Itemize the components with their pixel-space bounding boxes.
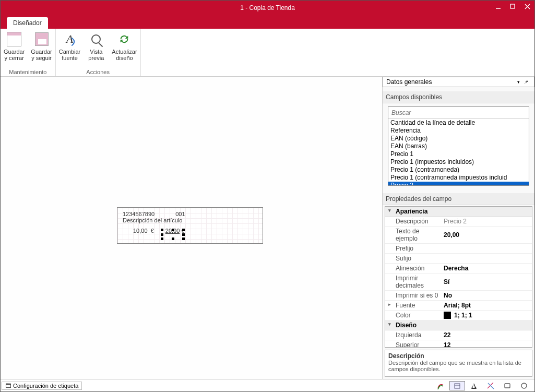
prop-print-if-zero-label: Imprimir si es 0 [385,291,442,300]
prop-description-label: Descripción [385,217,442,226]
svg-rect-1 [510,4,515,8]
fields-list[interactable]: Cantidad de la línea de detalleReferenci… [388,119,529,185]
save-close-l2: y cerrar [5,55,24,61]
prop-top-label: Superior [385,340,442,348]
description-help-text: Descripción del campo que se muestra en … [388,360,529,372]
description-help-box: Descripción Descripción del campo que se… [385,350,532,377]
field-properties-title: Propiedades del campo [383,193,534,205]
label-config-icon: 🗔︎ [5,383,11,389]
label-config-button[interactable]: 🗔︎ Configuración de etiqueta [2,382,82,390]
prop-left-value[interactable]: 22 [442,330,532,340]
tab-strip: Diseñador [1,15,534,29]
side-panel: Datos generales ▾ 📌︎ Campos disponibles … [382,77,534,379]
prop-print-decimals-label: Imprimir decimales [385,274,442,290]
status-tool-circle[interactable] [516,381,532,390]
ribbon: Guardary cerrar Guardary seguir Mantenim… [1,29,534,77]
title-bar: 1 - Copia de Tienda [1,1,534,15]
prop-suffix-value[interactable] [442,254,532,263]
save-close-l1: Guardar [4,49,25,55]
prop-alignment-value[interactable]: Derecha [442,264,532,273]
ribbon-group-actions: A Cambiarfuente Vistaprevia Actualizardi… [56,29,141,76]
svg-line-7 [488,383,494,389]
status-tool-rect[interactable] [500,381,515,390]
preview-seq: 001 [175,211,185,217]
minimize-button[interactable] [491,1,505,12]
prop-alignment-label: Alineación [385,264,442,273]
status-tool-lines[interactable] [483,381,498,390]
app-window: 1 - Copia de Tienda Diseñador Guardary c… [0,0,535,392]
save-continue-button[interactable]: Guardary seguir [28,29,55,68]
status-tools: A [432,381,534,390]
panel-pin-icon[interactable]: 📌︎ [522,79,531,85]
prop-print-decimals-value[interactable]: Sí [442,274,532,290]
refresh-l1: Actualizar [112,49,137,55]
field-item[interactable]: Precio 1 [388,150,529,158]
close-button[interactable] [520,1,534,12]
change-font-button[interactable]: A Cambiarfuente [56,29,84,68]
prop-print-if-zero-value[interactable]: No [442,291,532,300]
panel-general-data-label: Datos generales [386,78,515,86]
svg-rect-4 [455,384,460,388]
change-font-l1: Cambiar [59,49,81,55]
prop-color-value[interactable]: 1; 1; 1 [442,311,532,320]
prop-description-value[interactable]: Precio 2 [442,217,532,226]
ribbon-group-label-actions: Acciones [56,68,140,76]
design-canvas[interactable]: 1234567890 001 Descripción del artículo … [1,77,382,379]
save-continue-l1: Guardar [31,49,52,55]
change-font-l2: fuente [62,55,78,61]
prop-left-label: Izquierda [385,330,442,340]
preview-code: 1234567890 [123,211,154,217]
field-item[interactable]: Precio 1 (impuestos incluidos) [388,158,529,166]
fields-search-input[interactable] [388,107,529,119]
prop-sample-text-label: Texto de ejemplo [385,227,442,243]
available-fields-title: Campos disponibles [383,91,534,103]
prop-prefix-label: Prefijo [385,244,442,253]
save-continue-l2: y seguir [31,55,52,61]
prop-sample-text-value[interactable]: 20,00 [442,227,532,243]
prop-suffix-label: Sufijo [385,254,442,263]
field-item[interactable]: Precio 1 (contramoneda impuestos incluid [388,174,529,182]
status-tool-1[interactable] [433,381,448,390]
preview-price1: 10,00 [133,228,148,234]
field-item[interactable]: EAN (barras) [388,142,529,150]
ribbon-group-maintenance: Guardary cerrar Guardary seguir Mantenim… [1,29,56,76]
label-config-text: Configuración de etiqueta [13,383,78,389]
preview-currency1: € [151,228,154,234]
status-bar: 🗔︎ Configuración de etiqueta A [1,379,534,391]
field-item[interactable]: Referencia [388,127,529,135]
prop-top-value[interactable]: 12 [442,340,532,348]
preview-l1: Vista [90,49,102,55]
window-title: 1 - Copia de Tienda [240,4,295,11]
save-close-button[interactable]: Guardary cerrar [1,29,28,68]
prop-color-label: Color [385,311,442,320]
prop-category-design[interactable]: Diseño [385,320,532,330]
field-item[interactable]: EAN (código) [388,135,529,142]
preview-l2: previa [88,55,104,61]
tab-designer[interactable]: Diseñador [7,17,48,29]
ribbon-group-label-maintenance: Mantenimiento [1,68,55,76]
refresh-design-button[interactable]: Actualizardiseño [109,29,140,68]
label-preview[interactable]: 1234567890 001 Descripción del artículo … [117,207,263,244]
selection-handles[interactable] [162,230,183,239]
window-controls [491,1,534,12]
status-tool-text[interactable]: A [466,381,482,390]
panel-dropdown-general[interactable]: Datos generales ▾ 📌︎ [383,77,534,87]
field-item[interactable]: Precio 1 (contramoneda) [388,166,529,174]
properties-grid[interactable]: Apariencia DescripciónPrecio 2 Texto de … [385,206,532,348]
svg-point-9 [521,383,527,388]
available-fields-box: Cantidad de la línea de detalleReferenci… [388,106,529,186]
prop-font-value[interactable]: Arial; 8pt [442,301,532,310]
color-swatch-icon [444,312,451,319]
status-tool-2[interactable] [449,381,465,390]
prop-prefix-value[interactable] [442,244,532,253]
refresh-l2: diseño [116,55,133,61]
svg-rect-8 [505,384,510,388]
prop-category-appearance[interactable]: Apariencia [385,207,532,217]
prop-font-label: ▸Fuente [385,301,442,310]
field-item[interactable]: Precio 2 [388,182,529,185]
field-item[interactable]: Cantidad de la línea de detalle [388,119,529,127]
panel-dropdown-arrow-icon[interactable]: ▾ [515,79,522,85]
maximize-button[interactable] [505,1,520,12]
preview-button[interactable]: Vistaprevia [84,29,109,68]
description-help-title: Descripción [388,352,529,360]
